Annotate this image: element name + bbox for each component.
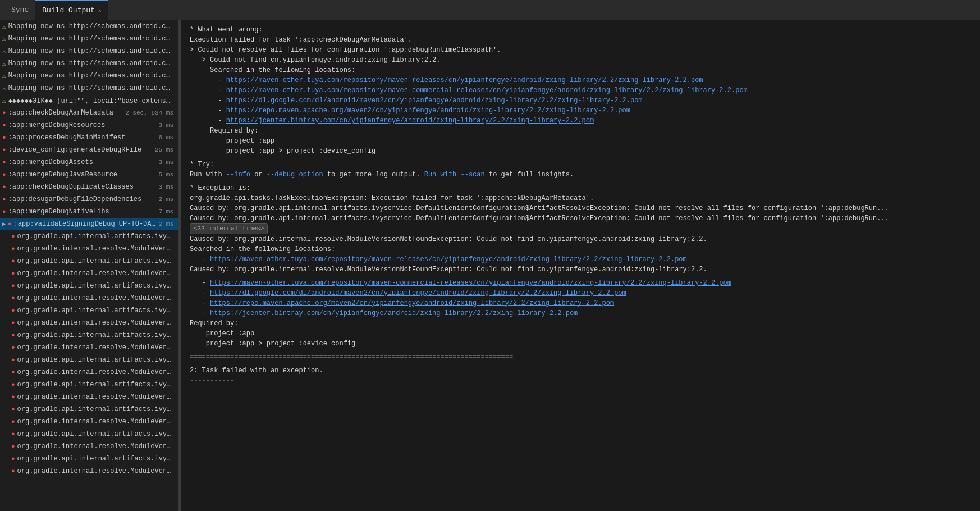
list-item[interactable]: ●org.gradle.api.internal.artifacts.ivyse… (0, 230, 178, 243)
list-item[interactable]: ●org.gradle.api.internal.artifacts.ivyse… (0, 354, 178, 366)
item-label: org.gradle.internal.resolve.ModuleVersio… (17, 442, 173, 450)
output-link[interactable]: https://dl.google.com/dl/android/maven2/… (226, 97, 643, 104)
list-item[interactable]: ●org.gradle.internal.resolve.ModuleVersi… (0, 243, 178, 255)
tab-bar: Sync Build Output ✕ (0, 0, 980, 20)
output-link[interactable]: https://repo.maven.apache.org/maven2/cn/… (226, 107, 630, 115)
output-link[interactable]: https://maven-other.tuya.com/repository/… (226, 86, 748, 94)
output-line: - https://maven-other.tuya.com/repositor… (190, 278, 971, 288)
item-label: org.gradle.internal.resolve.ModuleVersio… (17, 393, 173, 401)
output-line: Caused by: org.gradle.internal.resolve.M… (190, 264, 971, 275)
info-link[interactable]: --info (226, 171, 250, 179)
list-item[interactable]: ●org.gradle.api.internal.artifacts.ivyse… (0, 280, 178, 292)
output-text: - (190, 256, 210, 263)
list-item[interactable]: ●org.gradle.api.internal.artifacts.ivyse… (0, 255, 178, 267)
output-line: 2: Task failed with an exception. (190, 366, 971, 376)
list-item[interactable]: ●org.gradle.internal.resolve.ModuleVersi… (0, 391, 178, 403)
item-time: 2 ms (159, 196, 173, 203)
output-line: - https://dl.google.com/dl/android/maven… (190, 95, 971, 106)
output-text: or (250, 171, 267, 179)
list-item[interactable]: ●org.gradle.internal.resolve.ModuleVersi… (0, 440, 178, 453)
output-line: project :app (190, 328, 971, 339)
list-item[interactable]: ●:app:mergeDebugNativeLibs7 ms (0, 206, 178, 218)
list-item[interactable]: ●:app:desugarDebugFileDependencies2 ms (0, 193, 178, 206)
warn-icon: ⚠ (2, 97, 6, 104)
error-icon: ● (11, 320, 15, 326)
list-item[interactable]: ⚠Mapping new ns http://schemas.android.c… (0, 33, 178, 45)
error-icon: ● (11, 307, 15, 314)
list-item[interactable]: ●org.gradle.api.internal.artifacts.ivyse… (0, 378, 178, 391)
list-item[interactable]: ●org.gradle.api.internal.artifacts.ivyse… (0, 403, 178, 416)
output-line: Run with --info or --debug option to get… (190, 170, 971, 180)
tab-sync-label: Sync (11, 6, 29, 14)
output-line: - https://repo.maven.apache.org/maven2/c… (190, 298, 971, 308)
list-item[interactable]: ●:app:processDebugMainManifest6 ms (0, 131, 178, 144)
output-text: to get full insights. (485, 171, 574, 179)
list-item[interactable]: ⚠Mapping new ns http://schemas.android.c… (0, 45, 178, 57)
list-item[interactable]: ●org.gradle.api.internal.artifacts.ivyse… (0, 329, 178, 341)
list-item[interactable]: ●:app:checkDebugDuplicateClasses3 ms (0, 181, 178, 193)
item-label: org.gradle.api.internal.artifacts.ivyser… (17, 232, 173, 240)
list-item[interactable]: ⚠Mapping new ns http://schemas.android.c… (0, 20, 178, 33)
output-link[interactable]: https://dl.google.com/dl/android/maven2/… (210, 289, 626, 297)
item-label: :app:mergeDebugNativeLibs (8, 208, 157, 216)
list-item[interactable]: ●org.gradle.api.internal.artifacts.ivyse… (0, 428, 178, 440)
list-item[interactable]: ⚠Mapping new ns http://schemas.android.c… (0, 57, 178, 70)
list-item[interactable]: ●org.gradle.internal.resolve.ModuleVersi… (0, 366, 178, 378)
output-link[interactable]: https://repo.maven.apache.org/maven2/cn/… (210, 299, 614, 307)
item-label: org.gradle.api.internal.artifacts.ivyser… (17, 282, 173, 290)
output-link[interactable]: https://maven-other.tuya.com/repository/… (226, 76, 703, 84)
output-link[interactable]: https://maven-other.tuya.com/repository/… (210, 279, 731, 287)
output-text: - (190, 97, 226, 104)
error-icon: ● (2, 134, 6, 141)
list-item[interactable]: ●:device_config:generateDebugRFile25 ms (0, 144, 178, 156)
error-icon: ● (11, 394, 15, 400)
scan-link[interactable]: Run with --scan (424, 171, 485, 179)
item-label: org.gradle.internal.resolve.ModuleVersio… (17, 467, 173, 475)
list-item[interactable]: ●:app:mergeDebugResources3 ms (0, 119, 178, 131)
item-label: Mapping new ns http://schemas.android.co… (8, 84, 173, 92)
list-item[interactable]: ●org.gradle.internal.resolve.ModuleVersi… (0, 267, 178, 280)
output-line: Required by: (190, 318, 971, 328)
output-link[interactable]: https://jcenter.bintray.com/cn/yipianfen… (226, 117, 594, 125)
output-link[interactable]: https://maven-other.tuya.com/repository/… (210, 256, 687, 263)
list-item[interactable]: ●:app:mergeDebugAssets3 ms (0, 156, 178, 168)
output-line: > Could not find cn.yipianfengye.android… (190, 55, 971, 65)
close-icon[interactable]: ✕ (98, 7, 102, 14)
list-item[interactable]: ●org.gradle.api.internal.artifacts.ivyse… (0, 304, 178, 317)
list-item[interactable]: ●org.gradle.internal.resolve.ModuleVersi… (0, 416, 178, 428)
list-item[interactable]: ⚠Mapping new ns http://schemas.android.c… (0, 82, 178, 94)
debug-link[interactable]: --debug option (267, 171, 323, 179)
item-label: org.gradle.internal.resolve.ModuleVersio… (17, 294, 173, 302)
error-icon: ● (11, 369, 15, 376)
error-icon: ● (11, 381, 15, 388)
item-label: org.gradle.api.internal.artifacts.ivyser… (17, 455, 173, 463)
list-item[interactable]: ●org.gradle.api.internal.artifacts.ivyse… (0, 453, 178, 465)
item-label: org.gradle.internal.resolve.ModuleVersio… (17, 270, 173, 277)
tab-sync[interactable]: Sync (4, 0, 35, 20)
output-link[interactable]: https://jcenter.bintray.com/cn/yipianfen… (210, 309, 578, 317)
item-label: :app:mergeDebugJavaResource (8, 171, 157, 179)
list-item[interactable]: ●org.gradle.internal.resolve.ModuleVersi… (0, 292, 178, 304)
output-line: * Exception is: (190, 183, 971, 193)
left-panel: ⚠Mapping new ns http://schemas.android.c… (0, 20, 178, 511)
item-label: ◆◆◆◆◆◆ЭІК◆◆ (uri:"", local:"base-extensi… (8, 97, 173, 105)
output-text: - (190, 289, 210, 297)
item-label: :app:desugarDebugFileDependencies (8, 195, 157, 203)
tab-build-output[interactable]: Build Output ✕ (35, 0, 108, 20)
list-item[interactable]: ⚠◆◆◆◆◆◆ЭІК◆◆ (uri:"", local:"base-extens… (0, 94, 178, 107)
item-label: org.gradle.internal.resolve.ModuleVersio… (17, 344, 173, 352)
output-line: Caused by: org.gradle.internal.resolve.M… (190, 234, 971, 244)
list-item[interactable]: ●org.gradle.internal.resolve.ModuleVersi… (0, 341, 178, 354)
item-label: :app:mergeDebugAssets (8, 158, 157, 166)
list-item[interactable]: ●:app:checkDebugAarMetadata2 sec, 934 ms (0, 107, 178, 119)
list-item[interactable]: ⚠Mapping new ns http://schemas.android.c… (0, 70, 178, 82)
list-item[interactable]: ●:app:mergeDebugJavaResource5 ms (0, 168, 178, 181)
list-item[interactable]: ▶●:app:validateSigningDebug UP-TO-DATE2 … (0, 218, 178, 230)
list-item[interactable]: ●org.gradle.internal.resolve.ModuleVersi… (0, 317, 178, 329)
item-label: Mapping new ns http://schemas.android.co… (8, 47, 173, 55)
item-label: :device_config:generateDebugRFile (8, 146, 153, 154)
output-line: project :app > project :device_config (190, 146, 971, 156)
error-icon: ● (2, 159, 6, 166)
output-line: Caused by: org.gradle.api.internal.artif… (190, 213, 971, 223)
list-item[interactable]: ●org.gradle.internal.resolve.ModuleVersi… (0, 465, 178, 477)
